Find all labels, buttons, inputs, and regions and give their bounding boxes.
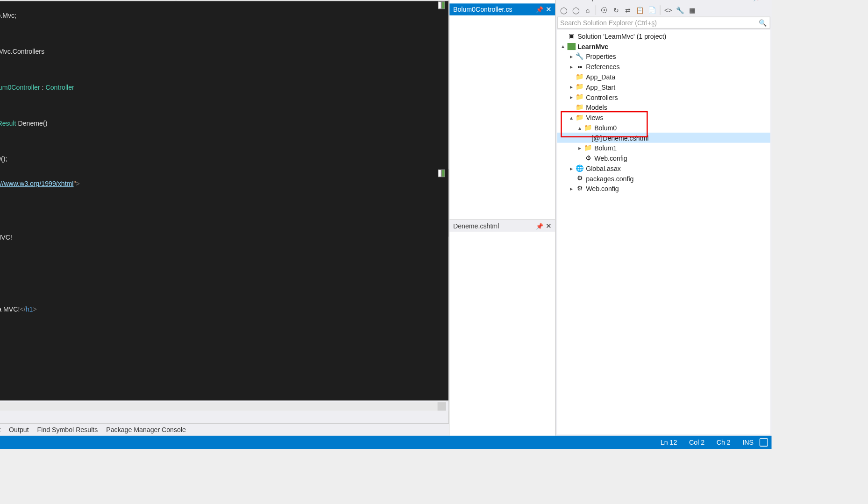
code-icon[interactable]: <> xyxy=(663,5,674,15)
node-appdata[interactable]: ▸📁App_Data xyxy=(557,71,770,82)
refresh-icon[interactable]: ↻ xyxy=(611,5,621,15)
editor-pane-controller: LearnMvc.Controllers.Bolum0Controller De… xyxy=(0,0,449,169)
node-label: Deneme.cshtml xyxy=(603,134,648,141)
node-solution[interactable]: ▸▣ Solution 'LearnMvc' (1 project) xyxy=(557,31,770,41)
expand-icon[interactable]: ▸ xyxy=(568,165,575,171)
folder-icon: 📁 xyxy=(575,93,585,101)
pin-icon[interactable]: 📌 xyxy=(536,223,543,229)
nav-class-dropdown[interactable]: LearnMvc.Controllers.Bolum0Controller xyxy=(0,0,176,0)
copy-icon[interactable]: 📋 xyxy=(634,5,645,15)
node-label: References xyxy=(586,63,619,70)
node-label: App_Data xyxy=(586,73,615,80)
source-tab-row: ⇆ Source xyxy=(0,411,448,423)
code-text: Merhaba MVC! xyxy=(0,305,20,312)
tab-error-list[interactable]: Error List xyxy=(0,426,0,433)
close-icon[interactable]: ✕ xyxy=(764,0,769,1)
node-deneme[interactable]: ▸[@]Deneme.cshtml xyxy=(557,133,770,143)
expand-icon[interactable]: ▴ xyxy=(576,125,583,131)
node-packages[interactable]: ▸⚙packages.config xyxy=(557,173,770,184)
zoom-bar: 100 % xyxy=(0,400,448,411)
node-label: Properties xyxy=(586,53,616,60)
folder-icon: 📁 xyxy=(575,72,585,81)
expand-icon[interactable]: ▸ xyxy=(568,94,575,100)
preview-tab-label: Bolum0Controller.cs xyxy=(453,6,512,13)
node-bolum0[interactable]: ▴📁Bolum0 xyxy=(557,122,770,133)
asax-icon: 🌐 xyxy=(575,164,585,172)
pin-icon[interactable]: 📌 xyxy=(536,6,543,13)
expand-icon[interactable]: ▴ xyxy=(560,43,567,50)
node-webconfig[interactable]: ▸⚙Web.config xyxy=(557,184,770,194)
se-title: Solution Explorer ▾ 📌 ✕ xyxy=(556,0,772,3)
close-icon[interactable]: ✕ xyxy=(546,5,552,14)
showall-icon[interactable]: 📄 xyxy=(647,5,657,15)
node-label: packages.config xyxy=(586,175,633,182)
solution-tree[interactable]: ▸▣ Solution 'LearnMvc' (1 project) ▴ Lea… xyxy=(557,30,770,435)
node-label: Solution 'LearnMvc' (1 project) xyxy=(577,33,666,40)
node-webconfig-views[interactable]: ▸⚙Web.config xyxy=(557,153,770,163)
split-marks[interactable] xyxy=(438,169,448,180)
h-scrollbar[interactable] xyxy=(0,402,446,411)
svg-rect-5 xyxy=(442,170,445,177)
se-search[interactable]: Search Solution Explorer (Ctrl+ş) 🔍 xyxy=(557,17,770,29)
tab-find-symbol[interactable]: Find Symbol Results xyxy=(37,426,98,433)
bottom-tabs: Web Publish Activity Error List Output F… xyxy=(0,424,449,436)
auto-hide-icon[interactable]: ▾ xyxy=(747,0,751,1)
preview-tab-controller[interactable]: Bolum0Controller.cs 📌 ✕ xyxy=(449,3,555,15)
node-bolum1[interactable]: ▸📁Bolum1 xyxy=(557,143,770,153)
svg-rect-6 xyxy=(567,43,576,50)
status-bar: Ready Ln 12 Col 2 Ch 2 INS xyxy=(0,436,772,449)
code-editor-2[interactable]: 1 2 3 4 5 6 7 8 9 10 <html xmlns="http:/… xyxy=(0,169,448,400)
folder-icon: 📁 xyxy=(583,123,593,132)
close-icon[interactable]: ✕ xyxy=(546,222,552,230)
node-views[interactable]: ▴📁Views xyxy=(557,112,770,122)
separator xyxy=(660,5,660,14)
node-appstart[interactable]: ▸📁App_Start xyxy=(557,82,770,92)
config-icon: ⚙ xyxy=(583,154,593,162)
split-marks[interactable] xyxy=(438,1,448,12)
expand-icon[interactable]: ▸ xyxy=(568,64,575,70)
search-icon[interactable]: 🔍 xyxy=(759,19,767,27)
expand-icon[interactable]: ▴ xyxy=(568,114,575,121)
node-project[interactable]: ▴ LearnMvc xyxy=(557,41,770,51)
nav-method-dropdown[interactable]: Deneme() xyxy=(176,0,448,0)
references-icon: ▪▪ xyxy=(575,63,585,71)
node-models[interactable]: ▸📁Models xyxy=(557,102,770,113)
status-col: Col 2 xyxy=(683,439,711,446)
fատ-icon[interactable]: ◯ xyxy=(570,5,581,15)
code-text: Merhaba MVC! xyxy=(0,234,12,241)
svg-rect-3 xyxy=(442,2,445,9)
status-line: Ln 12 xyxy=(655,439,683,446)
wrench-icon: 🔧 xyxy=(575,52,585,61)
back-icon[interactable]: ◯ xyxy=(558,5,569,15)
code-content[interactable]: <html xmlns="http://www.w3.org/1999/xhtm… xyxy=(0,169,448,400)
node-label: Web.config xyxy=(586,185,619,192)
tab-output[interactable]: Output xyxy=(9,426,28,433)
expand-icon[interactable]: ▸ xyxy=(568,53,575,59)
expand-icon[interactable]: ▸ xyxy=(568,84,575,90)
preview-icon[interactable]: ▦ xyxy=(687,5,697,15)
node-label: Bolum1 xyxy=(594,144,617,151)
expand-icon[interactable]: ▸ xyxy=(568,185,575,192)
collapse-icon[interactable]: ⇄ xyxy=(623,5,633,15)
solution-icon: ▣ xyxy=(567,32,576,40)
properties-icon[interactable]: 🔧 xyxy=(675,5,685,15)
node-label: LearnMvc xyxy=(577,43,608,50)
node-globalasax[interactable]: ▸🌐Global.asax xyxy=(557,163,770,173)
expand-icon[interactable]: ▸ xyxy=(576,145,583,151)
node-label: Global.asax xyxy=(586,164,621,171)
preview-tab-view[interactable]: Deneme.cshtml 📌 ✕ xyxy=(449,220,555,232)
tab-pm-console[interactable]: Package Manager Console xyxy=(106,426,186,433)
sync-icon[interactable]: 🖸 xyxy=(598,5,609,15)
node-label: Web.config xyxy=(594,155,627,162)
pin-icon[interactable]: 📌 xyxy=(753,0,761,1)
home-icon[interactable]: ⌂ xyxy=(582,5,593,15)
node-label: Models xyxy=(586,104,607,111)
resize-grip-icon[interactable] xyxy=(760,438,768,447)
preview-body xyxy=(449,232,555,435)
node-properties[interactable]: ▸🔧Properties xyxy=(557,51,770,62)
node-label: Views xyxy=(586,114,603,121)
node-controllers[interactable]: ▸📁Controllers xyxy=(557,92,770,102)
solution-explorer: Solution Explorer ▾ 📌 ✕ ◯ ◯ ⌂ 🖸 ↻ ⇄ 📋 📄 … xyxy=(555,0,772,436)
se-title-label: Solution Explorer xyxy=(558,0,609,1)
node-references[interactable]: ▸▪▪References xyxy=(557,62,770,72)
